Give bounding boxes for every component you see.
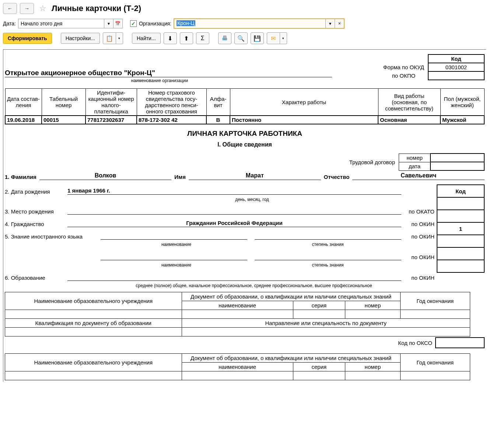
collapse-groups-button[interactable]: ⬆ [180,32,193,44]
education-code [437,260,484,272]
lastname: Волков [39,172,172,180]
lang-level-2 [255,253,401,260]
row-inn: 778172302637 [85,116,137,124]
sum-button[interactable]: Σ [196,32,209,44]
birth-sub: день, месяц, год [67,197,437,202]
chevron-down-icon: ▾ [108,21,110,26]
birthplace-value [67,207,401,215]
org-input[interactable]: Крон-Ц [174,19,325,27]
edu-year: Год окончания [400,292,470,310]
email-dropdown[interactable]: ▾ [280,32,287,44]
citizenship-label: 4. Гражданство [5,221,67,227]
nav-forward-button[interactable]: → [20,3,34,14]
org-clear-button[interactable]: × [335,19,344,28]
education-value [67,274,401,281]
generate-button[interactable]: Сформировать [3,33,52,44]
chevron-down-icon: ▾ [282,36,284,40]
education-note: среднее (полное) общее, начальное профес… [71,283,437,288]
okud-value: 0301002 [428,63,484,71]
firstname-label: Имя [174,174,186,180]
header-alpha: Алфа-вит [206,89,230,116]
row-nature: Постоянно [230,116,378,124]
birth-value: 1 января 1966 г. [67,187,401,195]
edu-qualification: Квалификация по документу об образовании [5,319,182,328]
lang-name-sub: наименование [101,242,252,247]
lang-name-1 [101,232,247,240]
edu-doc-name: наименование [182,301,293,310]
okpo-label: по ОКПО [380,71,428,80]
find-button[interactable]: Найти... [132,33,161,44]
document-title: ЛИЧНАЯ КАРТОЧКА РАБОТНИКА [5,130,485,138]
firstname: Марат [189,172,321,180]
collapse-icon: ⬆ [184,35,189,42]
okpo-value [428,71,484,80]
chevron-down-icon: ▾ [329,21,331,26]
birth-label: 2. Дата рождения [5,188,67,195]
header-inn: Идентифи-кационный номер налого-плательщ… [85,89,137,116]
edu2-series: серия [293,363,345,371]
arrow-left-icon: ← [7,6,13,11]
birth-code [437,197,484,210]
printer-icon: 🖶 [222,35,228,42]
header-type: Вид работы (основная, по совместительств… [378,89,440,116]
favorite-star-icon[interactable]: ☆ [39,4,46,13]
row-tabnum: 00015 [42,116,85,124]
row-alpha: В [206,116,230,124]
lang-name-2 [101,253,247,260]
lang-name-sub2: наименование [101,262,252,268]
header-snils: Номер страхового свидетельства госу-дарс… [137,89,206,116]
date-dropdown-button[interactable]: ▾ [104,19,113,28]
expand-icon: ⬇ [168,35,172,42]
row-snils: 878-172-302 42 [137,116,206,124]
lang-code-1 [437,235,484,247]
arrow-right-icon: → [24,6,29,11]
edu2-year: Год окончания [400,354,470,371]
envelope-icon: ✉ [271,35,276,42]
lang-level-1 [255,232,401,240]
chevron-down-icon: ▾ [118,36,120,40]
settings-variants-button[interactable]: 📋 [103,32,116,44]
close-icon: × [338,21,341,26]
row-type: Основная [378,116,440,124]
edu2-doc: Документ об образовании, о квалификации … [182,354,400,363]
calendar-icon: 📅 [115,21,120,26]
code-header: Код [428,54,484,63]
lang-code-label-1: по ОКИН [401,233,437,240]
okud-label: Форма по ОКУД [380,63,428,71]
date-input[interactable] [18,19,104,28]
contract-label: Трудовой договор [349,159,395,165]
page-title: Личные карточки (Т-2) [52,4,141,13]
floppy-icon: 💾 [254,35,261,42]
citizenship-code: 1 [437,222,484,235]
print-button[interactable]: 🖶 [218,32,231,44]
org-sublabel: наименование организации [123,78,196,83]
nav-back-button[interactable]: ← [3,3,17,14]
save-button[interactable]: 💾 [251,32,264,44]
settings-variants-dropdown[interactable]: ▾ [116,32,123,44]
date-calendar-button[interactable]: 📅 [113,19,122,28]
lang-code-label-2: по ОКИН [401,254,437,260]
header-tabnum: Табельный номер [42,89,85,116]
okato-label: по ОКАТО [401,208,437,215]
okso-value [435,337,485,348]
row-sex: Мужской [440,116,484,124]
edu-series: серия [293,301,345,310]
sigma-icon: Σ [201,35,205,42]
edu-number: номер [345,301,400,310]
expand-groups-button[interactable]: ⬇ [164,32,177,44]
patronymic-label: Отчество [324,174,350,180]
birthplace-code [437,210,484,222]
email-button[interactable]: ✉ [267,32,280,44]
date-label: Дата: [3,21,16,27]
okso-label: Код по ОКСО [398,340,432,346]
code-col-header: Код [437,185,484,197]
birthplace-label: 3. Место рождения [5,208,67,215]
patronymic: Савельевич [352,172,485,180]
org-filter-checkbox[interactable]: ✓ [130,20,137,27]
clipboard-icon: 📋 [106,35,113,42]
org-dropdown-button[interactable]: ▾ [325,19,335,28]
edu-direction: Направление или специальность по докумен… [182,319,470,328]
preview-button[interactable]: 🔍 [234,32,248,44]
contract-date-label: дата [399,162,431,170]
settings-button[interactable]: Настройки... [61,33,100,44]
